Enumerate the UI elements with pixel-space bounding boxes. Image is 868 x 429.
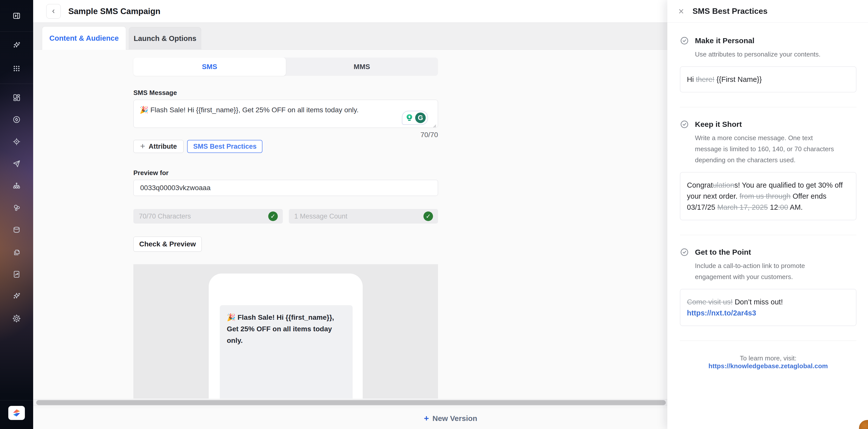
horizontal-scrollbar-track[interactable] [33,399,667,406]
channel-tab-mms[interactable]: MMS [286,58,438,76]
bp-section-keep-it-short: Keep it Short Write a more concise messa… [680,120,857,220]
plus-icon: + [140,141,145,151]
sidebar-divider [0,400,33,400]
sidebar-item-settings[interactable] [0,310,33,327]
grammarly-widget[interactable]: G [402,111,428,125]
plus-icon: + [424,413,429,423]
panel-footer: To learn more, visit: https://knowledgeb… [680,355,857,370]
message-bubble: 🎉 Flash Sale! Hi {{first_name}}, Get 25%… [220,305,352,399]
learn-more-text: To learn more, visit: [740,355,797,362]
bp-example-card: Come visit us! Don’t miss out! https://n… [680,289,857,326]
sidebar-divider [0,31,33,32]
panel-divider [680,235,857,235]
back-button[interactable] [46,4,61,19]
bp-heading: Keep it Short [695,120,742,129]
suggestion-bulb-icon [404,113,414,123]
sms-message-input[interactable]: 🎉 Flash Sale! Hi {{first_name}}, Get 25%… [133,100,438,128]
zeta-logo[interactable] [8,406,25,420]
sms-message-label: SMS Message [133,89,438,97]
page-title: Sample SMS Campaign [68,6,160,16]
check-preview-button[interactable]: Check & Preview [133,237,202,252]
bp-section-get-to-the-point: Get to the Point Include a call-to-actio… [680,248,857,326]
bp-description: Write a more concise message. One text m… [695,132,838,165]
sidebar-item-explore[interactable] [0,112,33,128]
gear-icon [12,314,21,323]
check-circle-icon [680,36,689,45]
sidebar-toggle-button[interactable] [0,8,33,24]
sidebar-item-segments-circles[interactable] [0,200,33,216]
check-circle-icon [680,120,689,129]
sms-message-wrapper: 🎉 Flash Sale! Hi {{first_name}}, Get 25%… [133,100,438,129]
bp-heading: Get to the Point [695,248,751,256]
character-counter: 70/70 [133,131,438,139]
characters-badge: 70/70 Characters ✓ [133,209,283,223]
compass-icon [12,115,21,124]
tab-content-audience[interactable]: Content & Audience [42,26,126,50]
sidebar-item-campaigns-send[interactable] [0,156,33,172]
bp-description: Use attributes to personalize your conte… [695,49,838,60]
message-count-badge-label: 1 Message Count [294,213,348,220]
sms-best-practices-panel: × SMS Best Practices Make it Personal Us… [667,0,868,429]
message-bubble-text: 🎉 Flash Sale! Hi {{first_name}}, Get 25%… [227,312,346,346]
horizontal-scrollbar-thumb[interactable] [36,400,666,405]
chevron-left-icon [51,8,56,14]
add-attribute-button[interactable]: + Attribute [133,140,184,153]
sitemap-icon [12,181,21,190]
tab-launch-options[interactable]: Launch & Options [129,27,201,50]
message-actions-row: + Attribute SMS Best Practices [133,140,438,153]
message-count-badge: 1 Message Count ✓ [289,209,438,223]
check-circle-icon: ✓ [268,212,278,221]
app-sidebar [0,0,33,429]
send-icon [12,159,21,168]
check-circle-icon [680,248,689,257]
dashboard-icon [12,93,21,102]
resize-handle-icon[interactable] [432,123,436,128]
report-file-icon [12,270,21,279]
ai-sparkle-icon [12,41,21,50]
phone-preview-stage: 🎉 Flash Sale! Hi {{first_name}}, Get 25%… [133,264,438,399]
channel-segmented-control: SMS MMS [133,58,438,76]
bp-description: Include a call-to-action link to promote… [695,260,838,282]
validation-badges-row: 70/70 Characters ✓ 1 Message Count ✓ [133,209,438,223]
sidebar-item-journeys-sitemap[interactable] [0,178,33,194]
sidebar-item-dashboard[interactable] [0,89,33,105]
sms-best-practices-button[interactable]: SMS Best Practices [187,140,262,153]
sidebar-item-audience-target[interactable] [0,134,33,150]
phone-mockup: 🎉 Flash Sale! Hi {{first_name}}, Get 25%… [209,274,363,399]
copy-pages-icon [12,248,21,257]
target-locate-icon [12,137,21,146]
zeta-logo-icon [11,408,22,418]
circles-cluster-icon [12,204,21,213]
sidebar-item-intelligence-sparkle[interactable] [0,288,33,304]
sidebar-item-reports[interactable] [0,266,33,282]
bp-section-make-it-personal: Make it Personal Use attributes to perso… [680,36,857,92]
bp-example-card: Hi there! {{First Name}} [680,66,857,92]
preview-for-label: Preview for [133,169,438,177]
add-attribute-label: Attribute [149,143,177,150]
characters-badge-label: 70/70 Characters [139,213,191,220]
ai-sparkle-icon [12,292,21,301]
sidebar-item-assets-copy[interactable] [0,244,33,260]
channel-tab-sms[interactable]: SMS [133,58,286,76]
panel-body: Make it Personal Use attributes to perso… [667,23,868,370]
bp-heading: Make it Personal [695,36,754,45]
new-version-label: New Version [433,414,477,423]
sidebar-divider [0,84,33,84]
knowledgebase-link[interactable]: https://knowledgebase.zetaglobal.com [709,362,828,370]
svg-text:G: G [418,114,423,122]
database-icon [12,225,21,235]
new-version-button[interactable]: + New Version [424,414,477,423]
sidebar-item-apps-grid[interactable] [0,60,33,76]
bp-example-card: Congratulations! You are qualified to ge… [680,172,857,220]
grammarly-g-icon: G [415,112,426,123]
panel-title: SMS Best Practices [692,6,768,16]
sidebar-item-ai-assistant[interactable] [0,37,33,54]
close-icon[interactable]: × [678,6,684,16]
sidebar-item-data-cloud[interactable] [0,222,33,238]
preview-for-input[interactable] [133,180,438,196]
panel-header: × SMS Best Practices [667,0,868,23]
apps-grid-icon [12,64,21,73]
panel-toggle-icon [12,11,21,20]
check-circle-icon: ✓ [424,212,433,221]
